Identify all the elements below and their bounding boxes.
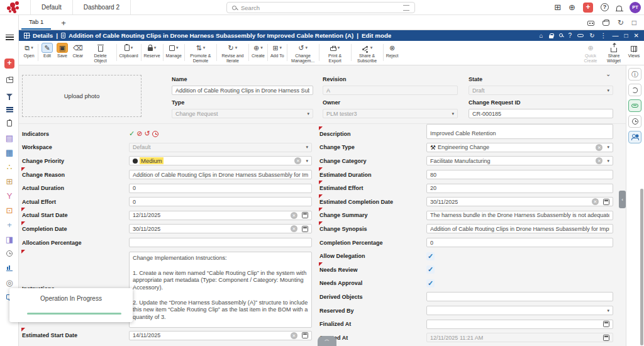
table-icon[interactable]: ▦ [6, 148, 13, 157]
calendar-icon[interactable] [302, 226, 308, 232]
form-icon[interactable]: ▤ [6, 134, 13, 142]
field-change-synopsis[interactable]: Addition of Cable Routing Clips in Drone… [426, 224, 613, 233]
field-completion-percentage[interactable]: 0 [426, 238, 613, 247]
toolbar-edit-button[interactable]: ✎Edit [40, 43, 55, 59]
field-change-category[interactable]: Facilitate Manufacturing✕▾ [426, 156, 613, 165]
hierarchy-icon[interactable]: ∴ [7, 163, 12, 171]
field-revision[interactable]: A [323, 86, 458, 95]
checkbox-needs-review[interactable]: ✓ [426, 265, 435, 274]
field-estimated-duration[interactable]: 80 [426, 170, 613, 179]
aras-logo[interactable] [5, 1, 24, 14]
tab-tab1[interactable]: Tab 1 [21, 15, 51, 30]
toolbar-add-to-button[interactable]: ⊞▾Add To [269, 43, 286, 59]
toolbar-revise-and-iterate-button[interactable]: ↻▾Revise and Iterate [218, 43, 247, 63]
module-icon[interactable]: ⊡ [6, 206, 13, 215]
field-change-priority[interactable]: Medium✕▾ [129, 156, 312, 165]
secondary-window-icon[interactable]: □ [632, 19, 636, 26]
field-estimated-start-date[interactable]: 14/11/2025✕ [129, 331, 312, 340]
field-actual-effort[interactable]: 0 [129, 197, 312, 206]
info-icon-button[interactable]: ⓘ [628, 68, 641, 81]
add-tab-button[interactable]: + [58, 17, 69, 28]
calendar-icon[interactable] [603, 335, 609, 341]
add-circle-icon[interactable]: ⊕ [569, 3, 575, 11]
clear-icon[interactable]: ✕ [592, 198, 599, 205]
field-change-request-id[interactable]: CR-000185 [469, 109, 613, 118]
field-created-at[interactable]: 12/11/2025 11:21 AM [426, 333, 613, 342]
field-estimated-completion-date[interactable]: 30/11/2025✕ [426, 197, 613, 206]
sync-icon-button[interactable] [628, 84, 641, 96]
toolbar-quick-create-button[interactable]: ⊕Quick Create [580, 43, 601, 63]
toolbar-share-widget-button[interactable]: Share Widget [603, 43, 625, 63]
team-icon-button[interactable] [628, 131, 641, 143]
calendar-icon[interactable] [603, 321, 609, 327]
toolbar-reject-button[interactable]: ⊗Reject [385, 43, 400, 59]
new-item-icon[interactable]: + [4, 59, 14, 69]
branch-icon[interactable]: Y [7, 192, 13, 200]
toolbar-manage-button[interactable]: ▾Manage [165, 43, 183, 59]
calendar-icon[interactable] [603, 199, 609, 205]
clear-icon[interactable]: ✕ [291, 332, 297, 339]
clear-icon[interactable]: ✕ [291, 212, 297, 219]
field-estimated-effort[interactable]: 20 [426, 184, 613, 193]
field-instructions[interactable]: Change Implementation Instructions: 1. C… [129, 252, 312, 328]
link-icon-button[interactable] [628, 99, 641, 112]
scroll-up-tab[interactable]: ︿ [318, 336, 336, 346]
field-reserved-by[interactable]: ▾ [426, 306, 613, 315]
checkbox-allow-delegation[interactable]: ✓ [426, 252, 435, 260]
field-completion-date[interactable]: 30/11/2025✕ [129, 224, 312, 233]
panel-icon[interactable]: ◨ [6, 235, 13, 243]
toolbar-delete-object-button[interactable]: Delete Object [86, 43, 115, 63]
toolbar-views-button[interactable]: Views [626, 43, 641, 63]
blocked-indicator-icon[interactable]: ⊘ [136, 130, 142, 137]
toolbar-print-export-button[interactable]: ▾Print & Export [321, 43, 350, 63]
cycle-indicator-icon[interactable]: ↺ [144, 130, 150, 137]
apps-grid-icon[interactable]: ⊞ [554, 3, 561, 11]
refresh-icon[interactable]: ↻ [618, 19, 624, 26]
field-actual-duration[interactable]: 0 [129, 184, 312, 193]
toolbar-reserve-button[interactable]: ▾Reserve [143, 43, 162, 59]
clear-icon[interactable]: ✕ [596, 144, 602, 151]
scrollbar-thumb[interactable] [640, 189, 643, 345]
toolbar-clipboard-button[interactable]: ▾Clipboard [118, 43, 140, 59]
calendar-icon[interactable] [302, 212, 308, 218]
toolbar-save-button[interactable]: ▣Save [55, 43, 70, 59]
field-type[interactable]: Change Request▾ [172, 109, 313, 118]
panel-collapse-handle[interactable]: ‹ [619, 191, 626, 208]
field-finalized-at[interactable] [426, 320, 613, 329]
field-owner[interactable]: PLM tester3▾ [323, 109, 458, 118]
field-workspace[interactable]: Default▾ [129, 143, 312, 152]
field-description[interactable]: Improved Cable Retention [426, 124, 613, 139]
bom-icon[interactable]: ⊞ [6, 177, 13, 186]
field-change-type[interactable]: ⚒Engineering Change✕▾ [426, 143, 613, 152]
field-change-reason[interactable]: Addition of Cable Routing Clips in Drone… [129, 170, 312, 179]
top-nav-default[interactable]: Default [31, 0, 73, 14]
maximize-icon[interactable]: □ [625, 33, 628, 39]
toolbar-create-button[interactable]: ⊕▾Create [250, 43, 266, 59]
refresh-icon[interactable]: ↻ [589, 33, 594, 39]
field-allocation-percentage[interactable] [129, 238, 312, 247]
help-icon[interactable]: ? [601, 3, 609, 11]
search-settings-icon[interactable] [403, 5, 409, 11]
collapse-section-icon[interactable]: ⌄ [606, 70, 611, 77]
close-icon[interactable]: ✕ [634, 33, 639, 39]
field-change-summary[interactable]: The harness bundle in the Drone Harness … [426, 211, 613, 220]
more-icon[interactable]: ⋮ [601, 33, 607, 39]
field-name[interactable]: Addition of Cable Routing Clips in Drone… [172, 86, 313, 95]
checkbox-needs-approval[interactable]: ✓ [426, 279, 435, 287]
success-indicator-icon[interactable]: ✓ [129, 130, 135, 137]
field-state[interactable]: Draft▾ [469, 86, 613, 95]
global-search[interactable]: Search [226, 2, 415, 13]
toolbar-promote-demote-button[interactable]: ⇅▾Promote & Demote [186, 43, 215, 63]
compass-icon[interactable]: ◎ [6, 279, 13, 287]
home-icon[interactable]: ⌂ [540, 33, 543, 39]
add-effect-icon[interactable]: + [7, 221, 12, 229]
clear-icon[interactable]: ✕ [291, 225, 297, 232]
calendar-icon[interactable] [302, 332, 308, 338]
create-new-icon[interactable]: + [583, 3, 593, 13]
toolbar-change-managem--button[interactable]: ↺▾Change Managem... [289, 43, 318, 63]
clear-icon[interactable]: ✕ [294, 157, 301, 164]
field-derived-objects[interactable] [426, 292, 613, 301]
top-nav-dashboard-2[interactable]: Dashboard 2 [73, 0, 131, 14]
toolbar-open-button[interactable]: ⧉▾Open [21, 43, 36, 59]
clear-icon[interactable]: ✕ [596, 157, 602, 164]
